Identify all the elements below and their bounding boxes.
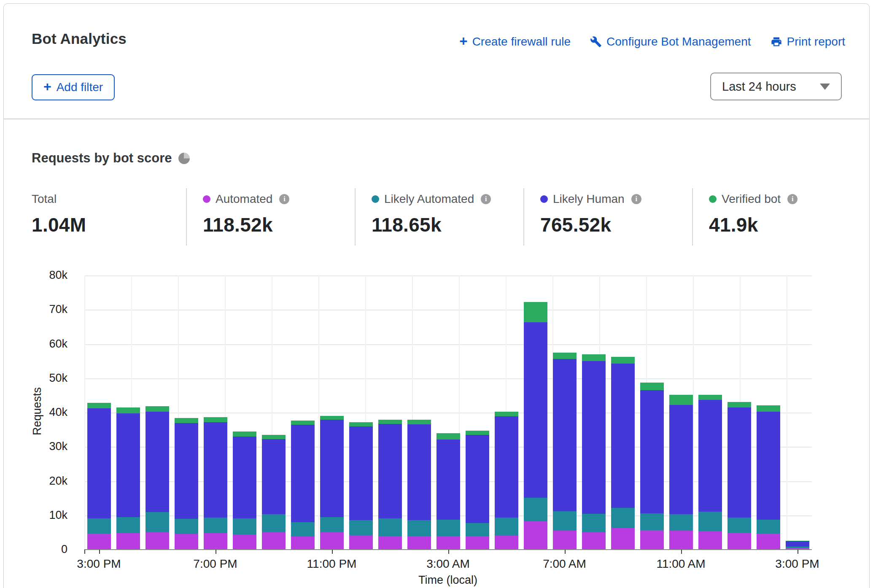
bar-segment-verified-bot	[87, 403, 111, 408]
bar-segment-automated	[728, 533, 751, 550]
configure-bot-management-link[interactable]: Configure Bot Management	[590, 35, 751, 49]
bar-slot	[550, 275, 579, 550]
stacked-bar-4-00-pm[interactable]	[116, 407, 140, 550]
stacked-bar-3-00-pm[interactable]	[87, 403, 111, 550]
y-tick-label: 50k	[17, 372, 67, 385]
stacked-bar-10-00-am[interactable]	[640, 383, 664, 550]
stacked-bar-2-00-pm[interactable]	[757, 405, 780, 550]
bar-segment-verified-bot	[495, 412, 518, 416]
stacked-bar-11-00-pm[interactable]	[320, 416, 344, 550]
y-axis-title: Requests	[31, 387, 44, 435]
stacked-bar-1-00-am[interactable]	[378, 420, 402, 550]
stacked-bar-2-00-am[interactable]	[407, 420, 431, 550]
plus-icon: +	[43, 80, 51, 93]
stacked-bar-6-00-pm[interactable]	[175, 418, 198, 550]
x-tick-label: 11:00 AM	[656, 557, 705, 571]
info-icon[interactable]: i	[631, 194, 641, 204]
stacked-bar-3-00-am[interactable]	[436, 433, 460, 550]
stacked-bar-7-00-am[interactable]	[553, 353, 577, 550]
stacked-bar-11-00-am[interactable]	[669, 395, 693, 550]
page-title: Bot Analytics	[32, 30, 127, 47]
time-range-select[interactable]: Last 24 hours	[710, 73, 842, 100]
bar-segment-likely-human	[640, 390, 664, 513]
bar-segment-likely-automated	[291, 522, 315, 537]
print-report-link[interactable]: Print report	[771, 35, 846, 49]
stacked-bar-12-00-am[interactable]	[349, 422, 373, 550]
bar-segment-likely-human	[466, 435, 489, 523]
verified-bot-legend-dot	[709, 195, 717, 203]
bar-segment-likely-automated	[204, 518, 227, 533]
stacked-bar-7-00-pm[interactable]	[204, 417, 227, 550]
bar-segment-verified-bot	[728, 402, 751, 407]
bar-segment-likely-human	[116, 413, 140, 517]
bar-segment-likely-human	[349, 426, 373, 520]
stacked-bar-3-00-pm[interactable]	[786, 541, 809, 550]
x-tick-mark	[99, 550, 100, 554]
bar-segment-likely-automated	[495, 518, 518, 535]
add-filter-button[interactable]: + Add filter	[32, 74, 115, 100]
x-tick-mark	[798, 550, 798, 554]
y-tick-label: 30k	[17, 440, 67, 453]
y-tick-label: 60k	[17, 337, 67, 351]
bar-segment-likely-human	[553, 359, 577, 511]
stacked-bar-4-00-am[interactable]	[466, 431, 489, 550]
bar-segment-likely-automated	[436, 520, 460, 536]
stacked-bar-6-00-am[interactable]	[524, 302, 547, 550]
bar-segment-likely-human	[698, 400, 722, 512]
bar-segment-likely-automated	[553, 511, 577, 531]
bar-segment-automated	[582, 532, 606, 550]
stat-likely-human: Likely Human i 765.52k	[523, 188, 692, 245]
x-tick-mark	[681, 550, 682, 554]
info-icon[interactable]: i	[481, 194, 491, 204]
stat-likely-automated: Likely Automated i 118.65k	[355, 188, 523, 245]
bar-segment-likely-automated	[669, 514, 693, 531]
create-firewall-rule-link[interactable]: + Create firewall rule	[459, 35, 571, 49]
bar-segment-likely-human	[436, 440, 460, 519]
bar-segment-automated	[669, 531, 693, 550]
bar-segment-verified-bot	[116, 407, 140, 413]
bar-segment-verified-bot	[524, 302, 547, 322]
info-icon[interactable]: i	[787, 194, 798, 204]
x-tick-mark	[216, 550, 216, 554]
bar-segment-automated	[757, 534, 780, 550]
bar-segment-likely-automated	[349, 520, 373, 535]
bar-segment-likely-human	[146, 412, 169, 512]
y-tick-label: 80k	[17, 269, 67, 282]
bar-segment-verified-bot	[611, 357, 635, 363]
bar-slot	[666, 275, 695, 550]
stacked-bar-8-00-pm[interactable]	[233, 432, 256, 550]
stacked-bar-5-00-pm[interactable]	[146, 406, 169, 550]
bar-segment-automated	[524, 521, 547, 550]
stacked-bar-5-00-am[interactable]	[495, 412, 518, 550]
stacked-bar-8-00-am[interactable]	[582, 354, 606, 550]
bot-analytics-page: Bot Analytics + Create firewall rule Con…	[0, 0, 873, 588]
bar-segment-likely-automated	[698, 512, 722, 531]
stacked-bar-1-00-pm[interactable]	[728, 402, 751, 550]
stat-value: 118.52k	[203, 213, 355, 236]
bar-segment-automated	[378, 536, 402, 550]
bar-segment-verified-bot	[233, 432, 256, 437]
bar-slot	[725, 275, 754, 550]
y-tick-label: 20k	[17, 475, 67, 488]
bar-slot	[434, 275, 463, 550]
header-actions: + Create firewall rule Configure Bot Man…	[459, 35, 845, 49]
stacked-bar-9-00-pm[interactable]	[262, 435, 286, 550]
bar-slot	[259, 275, 288, 550]
stacked-bar-10-00-pm[interactable]	[291, 421, 315, 550]
add-filter-label: Add filter	[57, 81, 103, 94]
bar-slot	[463, 275, 492, 550]
x-axis-title: Time (local)	[418, 574, 477, 587]
stacked-bar-9-00-am[interactable]	[611, 357, 635, 550]
x-tick-mark	[84, 550, 85, 554]
stacked-bar-12-00-pm[interactable]	[698, 395, 722, 550]
section-header: Requests by bot score	[32, 151, 190, 166]
bar-segment-likely-human	[495, 416, 518, 518]
stats-row: Total 1.04M Automated i 118.52k Likely A…	[32, 188, 852, 245]
bar-segment-automated	[436, 536, 460, 550]
bar-segment-automated	[233, 534, 256, 550]
info-icon[interactable]: i	[279, 194, 289, 204]
chart-bars	[84, 275, 812, 550]
bar-segment-verified-bot	[582, 354, 606, 361]
bar-segment-automated	[291, 537, 315, 550]
time-range-value: Last 24 hours	[722, 80, 796, 94]
